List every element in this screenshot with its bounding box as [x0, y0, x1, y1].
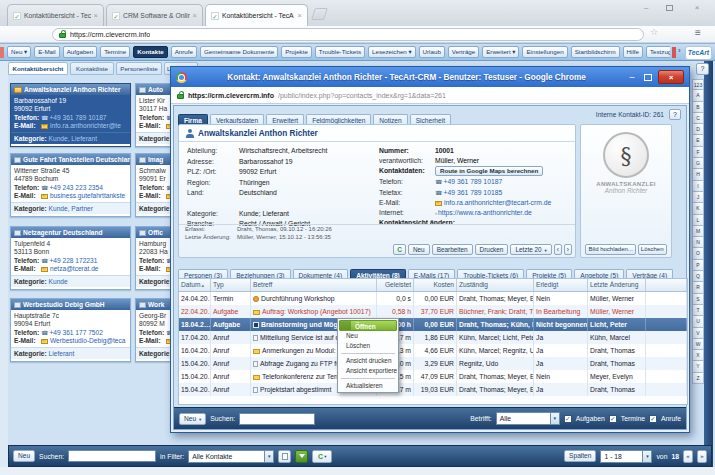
toolbar-button-kontakte[interactable]: Kontakte [133, 46, 167, 58]
aufgaben-checkbox[interactable]: ✓ [564, 415, 572, 423]
route-google-maps-button[interactable]: Route in Google Maps berechnen [435, 166, 543, 176]
chrome-menu-icon[interactable]: ≡ [695, 27, 701, 38]
alphabet-E[interactable]: E [692, 135, 704, 146]
search-input[interactable] [68, 450, 156, 462]
alphabet-123[interactable]: 123 [692, 79, 704, 90]
telefax-value[interactable]: +49 361 789 10185 [443, 189, 502, 196]
chevron-down-icon[interactable]: ▾ [264, 451, 273, 462]
popup-close-button[interactable]: × [658, 70, 684, 84]
neu-dropdown-button[interactable]: Neu ▾ [179, 413, 206, 425]
new-tab-button[interactable] [311, 8, 328, 20]
window-close-icon[interactable]: × [687, 2, 707, 15]
pager-prev-icon[interactable]: « [683, 450, 693, 463]
telefon-value[interactable]: +49 361 789 10187 [443, 178, 502, 185]
browser-tab-3-active[interactable]: ✓ Kontaktübersicht - TecArt × [205, 4, 308, 26]
context-menu-item-ansicht-exportieren[interactable]: Ansicht exportieren [339, 366, 397, 376]
alphabet-J[interactable]: J [692, 192, 704, 203]
activity-row[interactable]: 22.04.20…AufgabeAuftrag: Workshop (Angeb… [179, 305, 687, 318]
popup-titlebar[interactable]: Kontakt: Anwaltskanzlei Anthon Richter -… [171, 67, 689, 87]
alphabet-U[interactable]: U [692, 316, 704, 327]
toolbar-scroll-left-icon[interactable] [0, 47, 4, 58]
filter-apply-icon-button[interactable] [295, 450, 308, 463]
alphabet-G[interactable]: G [692, 158, 704, 169]
column-header-geleistet[interactable]: Geleistet [377, 279, 414, 291]
activity-row[interactable]: 15.04.20…AnrufTelefonkonferenz zur Termi… [179, 370, 687, 383]
column-header-letzte-änderung[interactable]: Letzte Änderung [588, 279, 646, 291]
bookmark-star-icon[interactable]: ☆ [650, 27, 658, 37]
activity-row[interactable]: 15.04.20…AnrufAbfrage Zugang zu FTP für,… [179, 357, 687, 370]
omnibox[interactable]: https://crm.clevercrm.info [52, 28, 644, 41]
alphabet-S[interactable]: S [692, 294, 704, 305]
refresh-button[interactable]: C▾ [312, 450, 332, 463]
page-range-select[interactable]: 1 - 18▾ [600, 450, 652, 463]
filter-select[interactable]: Alle Kontakte▾ [188, 450, 274, 463]
toolbar-button-trouble-tickets[interactable]: Trouble-Tickets [315, 46, 365, 58]
activity-row[interactable]: 17.04.20…AnrufMitteilung Service ist auf… [179, 331, 687, 344]
tab-kontaktuebersicht[interactable]: Kontaktübersicht [8, 62, 68, 75]
tab-personenliste[interactable]: Personenliste [116, 62, 162, 75]
chevron-down-icon[interactable]: ▾ [642, 451, 651, 462]
popup-urlbar[interactable]: https://crm.clevercrm.info/public/index.… [171, 87, 689, 104]
toolbar-button-startbildschirm[interactable]: Startbildschirm [571, 46, 620, 58]
toolbar-button-hilfe[interactable]: Hilfe [623, 46, 643, 58]
toolbar-button-neu[interactable]: Neu ▾ [7, 46, 31, 58]
neu-button[interactable]: Neu [13, 450, 35, 462]
prev-record-icon[interactable]: ‹ [554, 244, 562, 255]
alphabet-O[interactable]: O [692, 248, 704, 259]
context-menu-item-aktualisieren[interactable]: Aktualisieren [339, 381, 397, 391]
popup-minimize-icon[interactable]: – [626, 72, 638, 82]
betrifft-select[interactable]: Alle▾ [496, 412, 560, 425]
contact-card[interactable]: Netzagentur DeutschlandTulpenfeld 453113… [10, 226, 131, 290]
next-record-icon[interactable]: › [564, 244, 572, 255]
column-header-betreff[interactable]: Betreff [251, 279, 377, 291]
toolbar-button-aufgaben[interactable]: Aufgaben [63, 46, 98, 58]
toolbar-scroll-right-icon[interactable] [672, 47, 676, 58]
spalten-button[interactable]: Spalten [564, 450, 596, 462]
context-menu-item-neu[interactable]: Neu [339, 331, 397, 341]
internet-value[interactable]: https://www.ra-anthonrichter.de [438, 209, 532, 216]
filter-edit-icon-button[interactable] [278, 450, 291, 463]
browser-tab-1[interactable]: ✓ Kontaktübersicht - TecArt × [7, 4, 104, 26]
activity-row[interactable]: 24.04.20…TerminDurchführung Workshop0,0 … [179, 292, 687, 305]
alphabet-Q[interactable]: Q [692, 271, 704, 282]
neu-button[interactable]: Neu [408, 244, 430, 255]
browser-tab-2[interactable]: ✓ CRM Software & Online C × [106, 4, 203, 26]
toolbar-button-einstellungen[interactable]: Einstellungen [522, 46, 567, 58]
alphabet-T[interactable]: T [692, 305, 704, 316]
toolbar-button-verträge[interactable]: Verträge [448, 46, 479, 58]
email-value[interactable]: business.gutefahrttankste [50, 192, 125, 199]
popup-maximize-icon[interactable] [644, 74, 652, 81]
activity-row[interactable]: 16.04.20…AnrufAnmerkungen zu Modul: ele,… [179, 344, 687, 357]
context-menu-item-öffnen[interactable]: Öffnen [339, 320, 397, 331]
phone-value[interactable]: +49 361 789 10187 [49, 114, 106, 121]
toolbar-button-erweitert[interactable]: Erweitert ▾ [482, 46, 519, 58]
loeschen-button[interactable]: Löschen [638, 244, 667, 255]
email-value[interactable]: Werbestudio-Debig@teca [50, 337, 125, 344]
alphabet-B[interactable]: B [692, 102, 704, 113]
toolbar-overflow-icon[interactable]: › [678, 46, 681, 55]
toolbar-button-termine[interactable]: Termine [100, 46, 130, 58]
alphabet-V[interactable]: V [692, 328, 704, 339]
email-value[interactable]: info.ra.anthonrichter@tecart-crm.de [444, 199, 551, 206]
toolbar-button-lesezeichen[interactable]: Lesezeichen ▾ [368, 46, 416, 58]
alphabet-A[interactable]: A [692, 90, 704, 101]
chevron-down-icon[interactable]: ▾ [550, 413, 559, 424]
toolbar-button-e-mail[interactable]: E-Mail [34, 46, 60, 58]
toolbar-button-anrufe[interactable]: Anrufe [171, 46, 197, 58]
phone-value[interactable]: +49 243 223 2354 [49, 184, 102, 191]
alphabet-R[interactable]: R [692, 282, 704, 293]
alphabet-L[interactable]: L [692, 215, 704, 226]
toolbar-button-gemeinsame-dokumente[interactable]: Gemeinsame Dokumente [200, 46, 278, 58]
activity-row[interactable]: 18.04.2…AufgabeBrainstorming und Möglich… [179, 318, 687, 331]
phone-value[interactable]: +49 361 177 7502 [49, 329, 102, 336]
tab-close-icon[interactable]: × [298, 11, 302, 20]
activity-search-input[interactable] [239, 413, 315, 425]
email-value[interactable]: netza@tcerat.de [50, 265, 98, 272]
contact-card[interactable]: Anwaltskanzlei Anthon RichterBarbarossah… [10, 83, 131, 147]
termine-checkbox[interactable]: ✓ [609, 415, 617, 423]
bild-hochladen-button[interactable]: Bild hochladen... [585, 244, 635, 255]
pager-next-icon[interactable]: » [697, 450, 707, 463]
alphabet-C[interactable]: C [692, 113, 704, 124]
context-menu-item-ansicht-drucken[interactable]: Ansicht drucken [339, 356, 397, 366]
email-value[interactable]: info.ra.anthonrichter@te [50, 122, 121, 129]
